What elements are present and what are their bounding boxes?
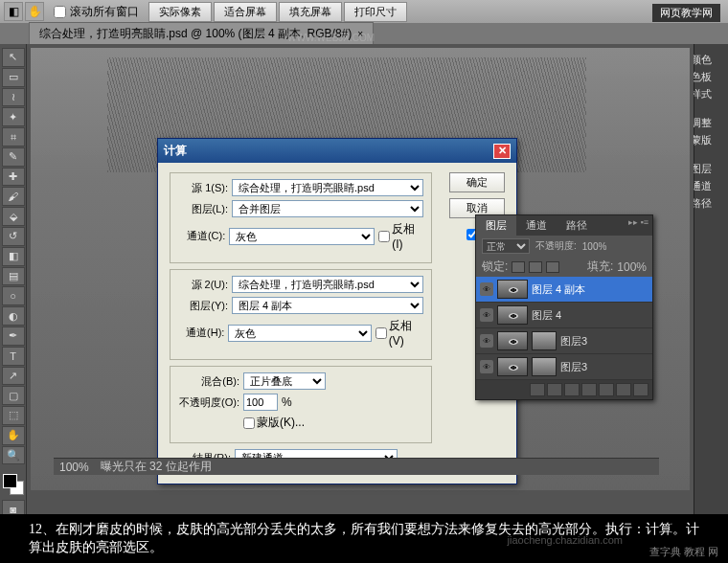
- adjustment-layer-icon[interactable]: [581, 383, 597, 396]
- tab-layers[interactable]: 图层: [476, 215, 516, 236]
- lasso-tool-icon[interactable]: ≀: [2, 88, 25, 107]
- layer-row[interactable]: 👁 图层 4 副本: [476, 277, 652, 303]
- lock-position-icon[interactable]: [529, 261, 542, 273]
- gradient-tool-icon[interactable]: ▤: [2, 267, 25, 286]
- layer2-label: 图层(Y):: [178, 299, 228, 313]
- channel1-select[interactable]: 灰色: [229, 228, 375, 245]
- scroll-all-windows-checkbox[interactable]: 滚动所有窗口: [54, 4, 139, 20]
- link-layers-icon[interactable]: [530, 383, 545, 396]
- source2-group: 源 2(U): 综合处理，打造明亮眼睛.psd 图层(Y): 图层 4 副本 通…: [170, 269, 432, 360]
- group-icon[interactable]: [599, 383, 614, 396]
- toolbox: ↖ ▭ ≀ ✦ ⌗ ✎ ✚ 🖌 ⬙ ↺ ◧ ▤ ○ ◐ ✒ T ↗ ▢ ⬚ ✋ …: [0, 44, 27, 519]
- layer-thumbnail[interactable]: [497, 280, 528, 299]
- fit-screen-button[interactable]: 适合屏幕: [214, 2, 277, 22]
- panel-footer: [476, 380, 652, 399]
- main-workspace: ↖ ▭ ≀ ✦ ⌗ ✎ ✚ 🖌 ⬙ ↺ ◧ ▤ ○ ◐ ✒ T ↗ ▢ ⬚ ✋ …: [0, 44, 728, 519]
- move-tool-icon[interactable]: ↖: [2, 48, 25, 67]
- color-swatch[interactable]: [3, 474, 24, 495]
- opacity-input[interactable]: [243, 394, 278, 411]
- channel1-label: 通道(C):: [178, 229, 225, 243]
- invert2-checkbox[interactable]: 反相(V): [375, 318, 423, 348]
- brush-tool-icon[interactable]: 🖌: [2, 187, 25, 206]
- scroll-all-checkbox[interactable]: [54, 6, 66, 18]
- fill-screen-button[interactable]: 填充屏幕: [279, 2, 342, 22]
- 3d-tool-icon[interactable]: ⬚: [2, 406, 25, 425]
- visibility-icon[interactable]: 👁: [480, 308, 493, 322]
- zoom-tool-icon[interactable]: 🔍: [2, 446, 25, 465]
- new-layer-icon[interactable]: [616, 383, 631, 396]
- stamp-tool-icon[interactable]: ⬙: [2, 207, 25, 226]
- invert1-checkbox[interactable]: 反相(I): [378, 221, 423, 251]
- visibility-icon[interactable]: 👁: [480, 282, 493, 296]
- dialog-close-button[interactable]: ✕: [493, 144, 511, 159]
- layer1-select[interactable]: 合并图层: [232, 200, 423, 217]
- marquee-tool-icon[interactable]: ▭: [2, 68, 25, 87]
- layer-name: 图层 4 副本: [532, 282, 585, 297]
- path-tool-icon[interactable]: ↗: [2, 367, 25, 386]
- blend-group: 混合(B): 正片叠底 不透明度(O): % 蒙版(K)...: [170, 366, 432, 443]
- source1-label: 源 1(S):: [178, 181, 228, 195]
- fill-value[interactable]: 100%: [617, 260, 647, 274]
- pen-tool-icon[interactable]: ✒: [2, 327, 25, 346]
- eyedropper-tool-icon[interactable]: ✎: [2, 147, 25, 167]
- dodge-tool-icon[interactable]: ◐: [2, 306, 25, 326]
- wand-tool-icon[interactable]: ✦: [2, 107, 25, 126]
- dialog-titlebar[interactable]: 计算 ✕: [158, 139, 516, 163]
- layer-mask-thumbnail[interactable]: [532, 331, 557, 350]
- layer-row[interactable]: 👁 图层3: [476, 354, 652, 380]
- canvas[interactable]: 计算 ✕ 源 1(S): 综合处理，打造明亮眼睛.psd 图层(L): 合并图层: [27, 44, 694, 519]
- layer-mask-icon[interactable]: [564, 383, 580, 396]
- history-brush-icon[interactable]: ↺: [2, 227, 25, 246]
- opacity-label: 不透明度:: [535, 239, 577, 253]
- app-icon[interactable]: ◧: [4, 2, 23, 21]
- blur-tool-icon[interactable]: ○: [2, 286, 25, 305]
- layer2-select[interactable]: 图层 4 副本: [232, 297, 423, 314]
- shape-tool-icon[interactable]: ▢: [2, 386, 25, 405]
- blend-select[interactable]: 正片叠底: [243, 372, 326, 390]
- tab-paths[interactable]: 路径: [557, 215, 597, 236]
- lock-all-icon[interactable]: [546, 261, 559, 273]
- actual-pixels-button[interactable]: 实际像素: [148, 2, 212, 22]
- mask-checkbox[interactable]: 蒙版(K)...: [243, 415, 305, 431]
- channel2-select[interactable]: 灰色: [228, 325, 371, 342]
- eraser-tool-icon[interactable]: ◧: [2, 247, 25, 266]
- blend-mode-select[interactable]: 正常: [482, 238, 530, 254]
- channel2-label: 通道(H):: [178, 326, 224, 340]
- panel-menu-icon[interactable]: ▸▸ ▪≡: [625, 215, 652, 236]
- layer-mask-thumbnail[interactable]: [532, 357, 557, 376]
- layer-fx-icon[interactable]: [547, 383, 562, 396]
- ok-button[interactable]: 确定: [449, 172, 505, 192]
- zoom-level[interactable]: 100%: [59, 461, 89, 474]
- layer-thumbnail[interactable]: [497, 331, 528, 350]
- type-tool-icon[interactable]: T: [2, 347, 25, 366]
- scroll-all-label: 滚动所有窗口: [70, 4, 139, 20]
- healing-tool-icon[interactable]: ✚: [2, 168, 25, 187]
- status-bar: 100% 曝光只在 32 位起作用: [54, 458, 659, 475]
- layer-thumbnail[interactable]: [497, 357, 528, 376]
- hand-tool-icon[interactable]: ✋: [2, 426, 25, 445]
- opacity-value[interactable]: 100%: [582, 241, 607, 252]
- lock-pixels-icon[interactable]: [512, 261, 525, 273]
- layer-row[interactable]: 👁 图层 4: [476, 303, 652, 328]
- status-info: 曝光只在 32 位起作用: [101, 459, 212, 475]
- options-bar: ◧ ✋ 滚动所有窗口 实际像素 适合屏幕 填充屏幕 打印尺寸 网页教学网: [0, 0, 728, 23]
- opacity-label: 不透明度(O):: [178, 395, 239, 410]
- panel-tabs: 图层 通道 路径 ▸▸ ▪≡: [476, 215, 652, 236]
- layer1-label: 图层(L):: [178, 202, 228, 216]
- layer-row[interactable]: 👁 图层3: [476, 328, 652, 354]
- crop-tool-icon[interactable]: ⌗: [2, 127, 25, 146]
- panel-lock-row: 锁定: 填充: 100%: [476, 257, 652, 277]
- tab-channels[interactable]: 通道: [516, 215, 557, 236]
- blend-label: 混合(B):: [178, 374, 239, 389]
- source2-select[interactable]: 综合处理，打造明亮眼睛.psd: [232, 276, 423, 293]
- visibility-icon[interactable]: 👁: [480, 334, 493, 348]
- layer-thumbnail[interactable]: [497, 305, 528, 325]
- hand-tool-icon[interactable]: ✋: [25, 2, 44, 21]
- source2-label: 源 2(U):: [178, 278, 228, 292]
- source1-select[interactable]: 综合处理，打造明亮眼睛.psd: [232, 179, 423, 196]
- fill-label: 填充:: [587, 259, 613, 275]
- delete-layer-icon[interactable]: [633, 383, 648, 396]
- foreground-color-icon[interactable]: [3, 474, 17, 488]
- visibility-icon[interactable]: 👁: [480, 360, 493, 373]
- print-size-button[interactable]: 打印尺寸: [344, 2, 407, 22]
